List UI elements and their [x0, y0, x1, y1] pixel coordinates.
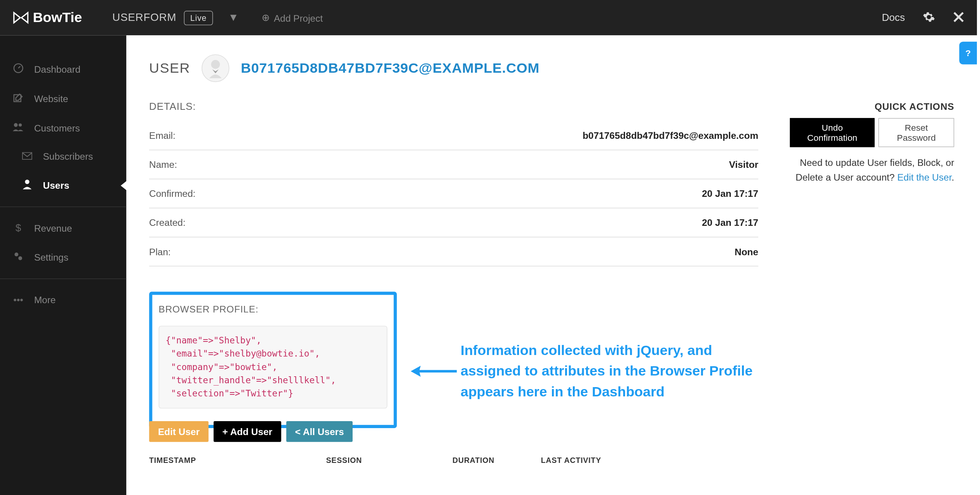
detail-key: Confirmed: — [149, 188, 195, 199]
svg-point-7 — [18, 256, 22, 260]
browser-profile-title: BROWSER PROFILE: — [159, 304, 387, 314]
user-action-buttons: Edit User + Add User < All Users — [149, 421, 758, 442]
detail-key: Plan: — [149, 246, 171, 257]
brand-name: BowTie — [33, 9, 82, 26]
detail-row-created: Created: 20 Jan 17:17 — [149, 208, 758, 237]
chevron-down-icon: ▼ — [228, 11, 239, 24]
browser-profile-code: {"name"=>"Shelby", "email"=>"shelby@bowt… — [159, 326, 387, 408]
activity-table-header: TIMESTAMP SESSION DURATION LAST ACTIVITY — [149, 456, 758, 465]
detail-value: 20 Jan 17:17 — [702, 217, 758, 228]
detail-key: Name: — [149, 159, 177, 170]
ellipsis-icon: ••• — [13, 294, 24, 305]
arrow-left-icon — [408, 346, 458, 396]
plus-circle-icon: ⊕ — [262, 12, 270, 23]
sidebar-item-label: Users — [43, 180, 69, 191]
sidebar-item-label: Website — [34, 94, 68, 104]
detail-row-email: Email: b071765d8db47bd7f39c@example.com — [149, 121, 758, 150]
envelope-icon — [22, 151, 33, 162]
sidebar-item-label: Dashboard — [34, 64, 81, 75]
sidebar-item-customers[interactable]: Customers — [0, 114, 127, 142]
user-email-heading: B071765D8DB47BD7F39C@EXAMPLE.COM — [241, 60, 540, 76]
svg-point-6 — [15, 253, 19, 256]
sidebar-item-label: Settings — [34, 252, 68, 263]
detail-key: Created: — [149, 217, 185, 228]
edit-icon — [13, 93, 24, 105]
svg-point-3 — [19, 123, 22, 126]
user-icon — [22, 179, 33, 191]
live-badge: Live — [184, 10, 213, 25]
th-timestamp: TIMESTAMP — [149, 456, 326, 465]
project-selector[interactable]: USERFORM Live ▼ — [112, 10, 239, 25]
dashboard-icon — [13, 63, 24, 75]
sidebar-item-label: Customers — [34, 123, 80, 133]
details-title: DETAILS: — [149, 101, 758, 112]
sidebar-item-subscribers[interactable]: Subscribers — [0, 142, 127, 170]
sidebar: Dashboard Website Customers Subscribers … — [0, 35, 127, 495]
avatar — [202, 54, 230, 82]
edit-user-button[interactable]: Edit User — [149, 421, 208, 442]
detail-row-plan: Plan: None — [149, 237, 758, 266]
sidebar-item-label: Revenue — [34, 223, 72, 234]
detail-row-confirmed: Confirmed: 20 Jan 17:17 — [149, 179, 758, 208]
add-project-button[interactable]: ⊕ Add Project — [262, 12, 323, 23]
undo-confirmation-button[interactable]: Undo Confirmation — [790, 118, 875, 147]
sidebar-item-label: Subscribers — [43, 151, 93, 162]
detail-value: b071765d8db47bd7f39c@example.com — [583, 130, 758, 141]
sidebar-item-users[interactable]: Users — [0, 171, 127, 200]
qa-help-post: . — [951, 171, 954, 182]
sidebar-item-dashboard[interactable]: Dashboard — [0, 54, 127, 84]
annotation-text: Information collected with jQuery, and a… — [461, 340, 758, 402]
users-icon — [13, 123, 24, 133]
detail-value: None — [735, 246, 758, 257]
cogs-icon — [13, 251, 24, 263]
reset-password-button[interactable]: Reset Password — [879, 118, 954, 147]
svg-point-2 — [14, 123, 18, 127]
quick-actions-title: QUICK ACTIONS — [790, 101, 954, 112]
sidebar-item-website[interactable]: Website — [0, 84, 127, 114]
detail-value: Visitor — [729, 159, 758, 170]
quick-actions-help: Need to update User fields, Block, or De… — [790, 156, 954, 184]
help-tab[interactable]: ? — [959, 42, 977, 65]
dollar-icon: $ — [13, 222, 24, 234]
brand-logo[interactable]: BowTie — [13, 9, 82, 26]
sidebar-item-label: More — [34, 294, 56, 305]
detail-value: 20 Jan 17:17 — [702, 188, 758, 199]
add-project-label: Add Project — [274, 12, 323, 23]
topbar: BowTie USERFORM Live ▼ ⊕ Add Project Doc… — [0, 0, 977, 35]
user-label: USER — [149, 60, 190, 76]
quick-actions-panel: QUICK ACTIONS Undo Confirmation Reset Pa… — [777, 101, 954, 464]
sidebar-item-settings[interactable]: Settings — [0, 242, 127, 272]
th-last-activity: LAST ACTIVITY — [541, 456, 759, 465]
detail-key: Email: — [149, 130, 175, 141]
browser-profile-box: BROWSER PROFILE: {"name"=>"Shelby", "ema… — [149, 292, 397, 428]
bowtie-icon — [13, 11, 29, 24]
svg-point-8 — [211, 60, 220, 69]
th-session: SESSION — [326, 456, 452, 465]
content: ? USER B071765D8DB47BD7F39C@EXAMPLE.COM … — [127, 35, 977, 495]
edit-user-link[interactable]: Edit the User — [897, 171, 951, 182]
close-icon[interactable] — [953, 11, 964, 24]
project-name: USERFORM — [112, 11, 176, 24]
sidebar-item-revenue[interactable]: $ Revenue — [0, 213, 127, 242]
sidebar-item-more[interactable]: ••• More — [0, 285, 127, 314]
gear-icon[interactable] — [923, 10, 935, 25]
svg-point-5 — [25, 179, 29, 184]
annotation: Information collected with jQuery, and a… — [408, 340, 758, 402]
all-users-button[interactable]: < All Users — [286, 421, 353, 442]
add-user-button[interactable]: + Add User — [214, 421, 281, 442]
user-header: USER B071765D8DB47BD7F39C@EXAMPLE.COM — [149, 54, 954, 82]
th-duration: DURATION — [452, 456, 541, 465]
docs-link[interactable]: Docs — [882, 12, 905, 23]
detail-row-name: Name: Visitor — [149, 150, 758, 179]
